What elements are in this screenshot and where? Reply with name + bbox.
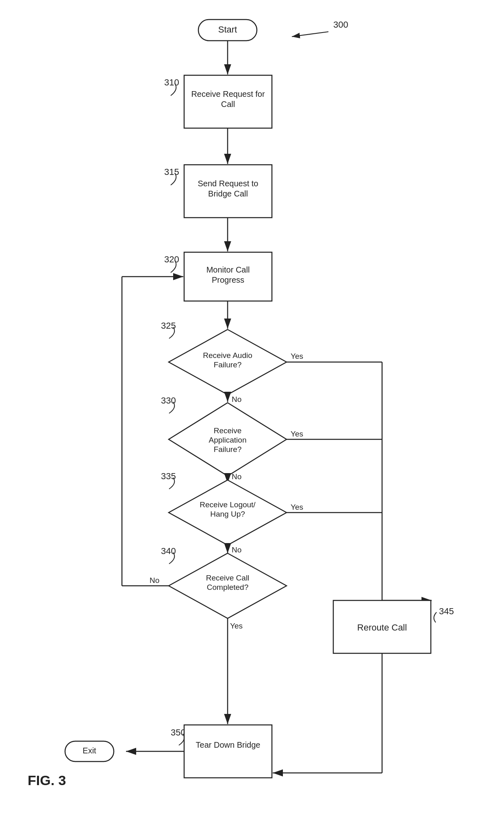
ref-340-label: 340	[161, 546, 176, 556]
node-320-line1: Monitor Call	[206, 265, 250, 274]
fig-label: FIG. 3	[28, 773, 66, 788]
node-340-no: No	[150, 576, 159, 585]
ref-325-label: 325	[161, 321, 176, 331]
ref-300: 300	[333, 20, 348, 30]
ref-310-label: 310	[164, 77, 179, 87]
node-325-no: No	[232, 395, 241, 404]
start-label: Start	[218, 24, 237, 35]
node-340-yes: Yes	[230, 622, 243, 630]
node-350	[184, 725, 272, 778]
ref-320-label: 320	[164, 254, 179, 264]
node-335-no: No	[232, 546, 241, 554]
node-330-line1: Receive	[214, 426, 242, 435]
node-335-line2: Hang Up?	[210, 510, 245, 518]
node-325-line2: Failure?	[214, 360, 242, 369]
ref-315-label: 315	[164, 167, 179, 177]
ref-300-arrow	[292, 32, 328, 37]
ref-345-label: 345	[439, 606, 454, 616]
node-335-yes: Yes	[291, 503, 303, 511]
node-315-line1: Send Request to	[198, 179, 259, 188]
node-315-line2: Bridge Call	[208, 189, 248, 198]
node-330-line3: Failure?	[214, 445, 242, 454]
exit-label: Exit	[83, 746, 96, 755]
node-310-line2: Call	[221, 100, 235, 109]
node-345-label: Reroute Call	[357, 622, 407, 633]
node-310-line1: Receive Request for	[191, 89, 265, 98]
node-330-no: No	[232, 472, 241, 481]
ref-335-label: 335	[161, 471, 176, 481]
ref-330-label: 330	[161, 395, 176, 406]
node-325-line1: Receive Audio	[203, 351, 252, 360]
ref-350-label: 350	[171, 727, 186, 738]
node-325-yes: Yes	[291, 352, 303, 360]
node-330-line2: Application	[209, 436, 247, 444]
node-330-yes: Yes	[291, 430, 303, 438]
node-340-line2: Completed?	[207, 583, 248, 591]
ref-345-curve	[434, 612, 437, 622]
node-320-line2: Progress	[212, 275, 244, 284]
node-335-line1: Receive Logout/	[200, 500, 256, 509]
node-350-line1: Tear Down Bridge	[196, 740, 261, 749]
node-340-line1: Receive Call	[206, 574, 250, 582]
